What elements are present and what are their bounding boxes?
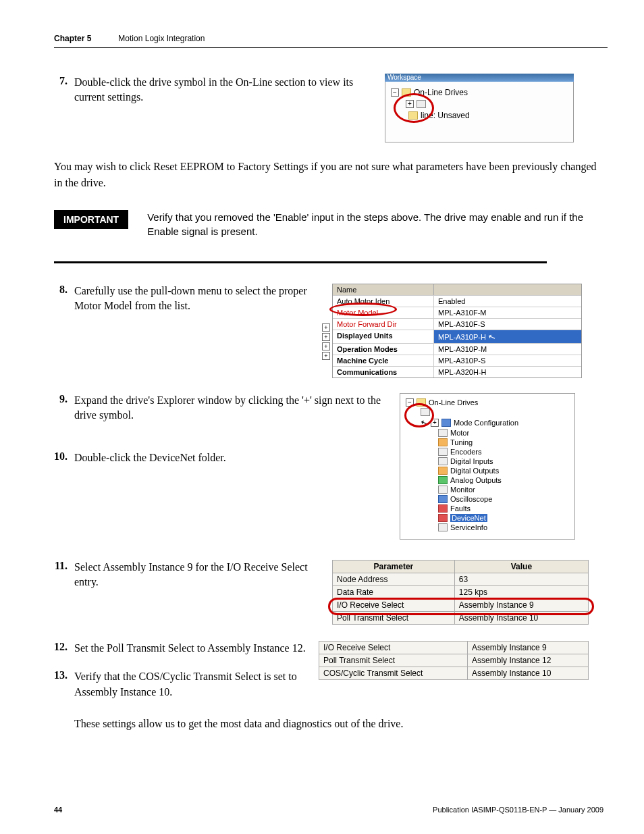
tree-node-label[interactable]: On-Line Drives <box>414 88 468 97</box>
param-value: Assembly Instance 9 <box>468 642 589 654</box>
service-icon <box>438 523 448 531</box>
param-value: Assembly Instance 9 <box>454 599 588 612</box>
table-row[interactable]: I/O Receive SelectAssembly Instance 9 <box>333 599 589 612</box>
column-header: Name <box>333 284 434 295</box>
column-header <box>434 284 581 295</box>
step-number: 8. <box>54 284 68 314</box>
step-number: 11. <box>54 560 68 590</box>
step-11: 11. Select Assembly Instance 9 for the I… <box>54 560 324 590</box>
step-number: 10. <box>54 450 68 465</box>
tree-node-selected[interactable]: DeviceNet <box>450 514 487 522</box>
param-name: Poll Transmit Select <box>333 612 455 625</box>
chapter-title: Motion Logix Integration <box>118 34 205 43</box>
table-row[interactable]: Node Address63 <box>333 573 589 586</box>
digital-out-icon <box>438 467 448 475</box>
tree-expand-icon[interactable]: + <box>322 323 330 332</box>
param-name: Data Rate <box>333 586 455 599</box>
cursor-icon: ↖ <box>419 417 429 429</box>
table-header-row: Parameter Value <box>333 561 589 573</box>
chapter-label: Chapter 5 <box>54 34 91 43</box>
dropdown-option[interactable]: MPL-A310F-S <box>434 319 581 330</box>
monitor-icon <box>438 486 448 494</box>
param-value: 63 <box>454 573 588 586</box>
dropdown-option[interactable]: MPL-A310P-S <box>434 355 581 366</box>
tree-node-label[interactable]: Mode Configuration <box>454 419 518 427</box>
dropdown-area[interactable]: MPL-A310F-M <box>434 307 581 318</box>
folder-icon <box>408 111 418 120</box>
paragraph-reset: You may wish to click Reset EEPROM to Fa… <box>54 159 601 191</box>
table-row[interactable]: Poll Transmit SelectAssembly Instance 10 <box>333 612 589 625</box>
workspace-titlebar: Workspace <box>385 74 574 82</box>
scope-icon <box>438 495 448 503</box>
step-number: 7. <box>54 75 68 105</box>
param-name[interactable]: Motor Model <box>333 307 434 318</box>
encoder-icon <box>438 448 448 456</box>
param-name[interactable]: Machine Cycle <box>333 355 434 366</box>
tree-expand-icon[interactable]: + <box>322 333 330 341</box>
folder-icon <box>402 88 411 97</box>
folder-icon <box>417 398 426 407</box>
step-8: 8. Carefully use the pull-down menu to s… <box>54 284 324 314</box>
step-text: Expand the drive's Explorer window by cl… <box>74 393 392 423</box>
param-name[interactable]: Communications <box>333 367 434 377</box>
step-9: 9. Expand the drive's Explorer window by… <box>54 393 392 423</box>
step-text: Select Assembly Instance 9 for the I/O R… <box>74 560 324 590</box>
dropdown-option[interactable]: MPL-A310F-M <box>434 307 581 318</box>
column-header: Parameter <box>333 561 455 573</box>
tree-expand-icon[interactable]: + <box>322 352 330 360</box>
step-number: 9. <box>54 393 68 423</box>
section-rule <box>54 261 547 263</box>
figure-online-drives: Workspace − On-Line Drives + line: Unsav… <box>385 75 574 142</box>
table-row[interactable]: Data Rate125 kps <box>333 586 589 599</box>
tree-node-label[interactable]: Faults <box>450 504 471 513</box>
column-header: Value <box>454 561 588 573</box>
tree-expand-icon[interactable]: + <box>406 100 414 108</box>
param-name: Node Address <box>333 573 455 586</box>
tree-node-label[interactable]: Digital Inputs <box>450 457 493 465</box>
step-text: Double-click the drive symbol in the On-… <box>74 75 371 105</box>
table-row[interactable]: Poll Transmit SelectAssembly Instance 12 <box>319 654 589 667</box>
devicenet-icon <box>438 514 448 522</box>
param-name[interactable]: Auto Motor Iden <box>333 296 434 307</box>
param-value: Assembly Instance 12 <box>468 654 589 667</box>
step-text: Carefully use the pull-down menu to sele… <box>74 284 324 314</box>
figure-explorer-tree: − On-Line Drives ↖ + Mode Configuration … <box>400 393 575 540</box>
param-value: 125 kps <box>454 586 588 599</box>
tree-node-label[interactable]: On-Line Drives <box>429 398 478 407</box>
step-number: 13. <box>54 669 68 700</box>
param-name: Poll Transmit Select <box>319 654 468 667</box>
digital-in-icon <box>438 457 448 465</box>
dropdown-option[interactable]: MPL-A310P-M <box>434 344 581 355</box>
step-13: 13. Verify that the COS/Cyclic Transmit … <box>54 669 311 700</box>
tree-node-label[interactable]: Encoders <box>450 448 481 456</box>
table-row[interactable]: I/O Receive SelectAssembly Instance 9 <box>319 642 589 654</box>
tuning-icon <box>438 438 448 446</box>
tree-node-label[interactable]: Motor <box>450 429 469 437</box>
table-row[interactable]: COS/Cyclic Transmit SelectAssembly Insta… <box>319 667 589 680</box>
param-name: COS/Cyclic Transmit Select <box>319 667 468 680</box>
closing-paragraph: These settings allow us to get the most … <box>74 716 621 732</box>
dropdown-option-selected[interactable]: MPL-A310P-H ↖ <box>434 330 581 343</box>
tree-collapse-icon[interactable]: − <box>406 398 414 407</box>
tree-node-label[interactable]: Tuning <box>450 438 473 446</box>
important-badge: IMPORTANT <box>54 210 128 229</box>
tree-collapse-icon[interactable]: − <box>391 88 399 97</box>
figure-motor-model: + + + + Name Auto Motor IdenEnabled Moto… <box>332 284 582 378</box>
step-text: Double-click the DeviceNet folder. <box>74 450 392 465</box>
tree-expand-icon[interactable]: + <box>431 419 439 427</box>
tree-node-label[interactable]: Digital Outputs <box>450 467 499 475</box>
dropdown-option[interactable]: MPL-A320H-H <box>434 367 581 377</box>
page-footer: 44 Publication IASIMP-QS011B-EN-P — Janu… <box>54 806 603 814</box>
tree-node-label[interactable]: ServiceInfo <box>450 523 487 531</box>
param-name[interactable]: Operation Modes <box>333 344 434 355</box>
param-name[interactable]: Motor Forward Dir <box>333 319 434 330</box>
drive-icon <box>417 100 426 108</box>
param-value[interactable]: Enabled <box>434 296 581 307</box>
tree-node-label[interactable]: Analog Outputs <box>450 476 502 484</box>
tree-expand-icon[interactable]: + <box>322 342 330 350</box>
tree-node-label[interactable]: Oscilloscope <box>450 495 492 503</box>
tree-node-label[interactable]: Monitor <box>450 486 475 494</box>
drive-icon <box>421 408 430 416</box>
tree-node-label[interactable]: line: Unsaved <box>421 111 470 120</box>
param-name[interactable]: Displayed Units <box>333 330 434 343</box>
